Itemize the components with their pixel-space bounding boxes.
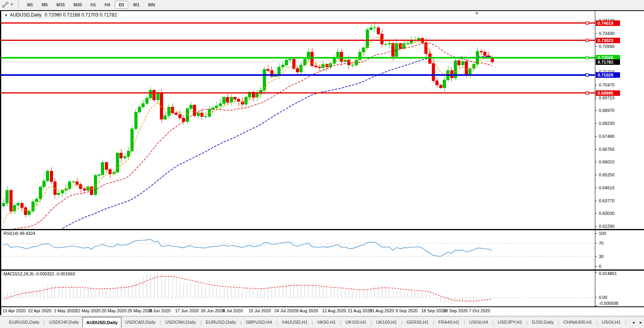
chart-tab-HK50-H1[interactable]: HK50,H1: [314, 317, 339, 328]
tab-separator: |: [240, 320, 242, 325]
tab-separator: |: [433, 320, 434, 325]
macd-tick-label: 0.014861: [599, 271, 617, 276]
rsi-tick-label: 30: [599, 254, 604, 259]
price-tick: [595, 213, 597, 214]
price-tick-label: 0.72690: [599, 44, 615, 49]
price-tick: [595, 201, 597, 201]
ma-mid-line: [4, 43, 492, 229]
price-tick: [595, 175, 597, 175]
date-label: 24 Jul 2020: [274, 308, 297, 313]
tool-dropdown-caret[interactable]: ▼: [10, 3, 13, 6]
date-label: 31 Aug 2020: [370, 308, 394, 313]
chart-tab-EURUSD-Daily[interactable]: EURUSD,Daily: [202, 317, 239, 328]
timeframe-button-D1[interactable]: D1: [115, 1, 128, 9]
timeframe-button-M1[interactable]: M1: [23, 1, 37, 9]
chart-tab-USOil-H1[interactable]: USOil,H1: [598, 317, 624, 328]
price-badge-0.69995: 0.69995: [596, 90, 620, 96]
tab-scroll-left-icon[interactable]: ◄: [632, 321, 635, 324]
main-chart-canvas[interactable]: [1, 11, 595, 229]
rsi-label: RSI(14) 49.4324: [4, 231, 35, 236]
tab-separator: |: [160, 320, 161, 325]
current-price-badge: 0.71782: [596, 59, 620, 65]
chart-tab-UK100-H1[interactable]: UK100,H1: [342, 317, 370, 328]
macd-canvas[interactable]: [1, 271, 595, 306]
chart-tab-FRA40-H1[interactable]: FRA40,H1: [435, 317, 463, 328]
rsi-tick-label: 100: [599, 231, 606, 236]
price-tick-label: 0.65250: [599, 172, 615, 178]
chart-window: ▼AUDUSD,Daily0.72060 0.72168 0.71703 0.7…: [0, 10, 644, 315]
tab-scroll-buttons: ◄►: [632, 321, 643, 324]
timeframe-button-W1[interactable]: W1: [129, 1, 143, 9]
chart-tab-USDCNH-Daily[interactable]: USDCNH,Daily: [162, 317, 200, 328]
chart-tab-USOil-H4[interactable]: USOil,H4: [466, 317, 492, 328]
price-tick: [595, 188, 597, 188]
rsi-axis: 10070300: [595, 230, 644, 269]
price-tick: [595, 85, 597, 85]
mt4-application: ▼ M1M5M15M30H1H4D1W1MN ▼AUDUSD,Daily0.72…: [0, 0, 644, 328]
price-tick-label: 0.70470: [599, 82, 615, 88]
chart-tab-bar: EURUSD,Daily|USDCHF,DailyAUDUSD,DailyUSD…: [0, 316, 644, 328]
chart-tab-USDCHF-Daily[interactable]: USDCHF,Daily: [46, 317, 82, 328]
date-label: 3 Aug 2020: [296, 308, 318, 313]
macd-tick-label: 0.00: [599, 295, 607, 300]
chart-tab-GBPUSD-H4[interactable]: GBPUSD,H4: [242, 317, 275, 328]
timeframe-toolbar: M1M5M15M30H1H4D1W1MN: [23, 0, 159, 9]
chart-title-ohlc: 0.72060 0.72168 0.71703 0.71782: [45, 12, 117, 18]
chart-tab-GER30-H1[interactable]: GER30,H1: [403, 317, 432, 328]
price-tick-label: 0.73430: [599, 31, 615, 36]
toolbar: ▼ M1M5M15M30H1H4D1W1MN: [0, 0, 644, 9]
macd-axis: 0.0148610.00-0.005938: [595, 271, 644, 306]
chart-tab-UK100-H1[interactable]: UK100,H1: [372, 317, 400, 328]
chart-tab-XAUUSD-H1[interactable]: XAUUSD,H1: [278, 317, 311, 328]
macd-tick: [595, 297, 597, 298]
main-chart-panel: ▼AUDUSD,Daily0.72060 0.72168 0.71703 0.7…: [1, 11, 644, 229]
rsi-tick: [595, 257, 597, 257]
toolbar-grip[interactable]: [18, 2, 19, 8]
date-label: 15 Jul 2020: [248, 308, 271, 313]
date-label: 6 Jul 2020: [223, 308, 243, 313]
macd-panel: MACD(12,26,9) -0.000322 -0.001663 0.0148…: [1, 271, 644, 306]
timeframe-button-M15[interactable]: M15: [52, 1, 68, 9]
chart-tab-USDJPY-H1[interactable]: USDJPY,H1: [494, 317, 526, 328]
price-badge-0.74019: 0.74019: [596, 20, 620, 26]
timeframe-button-H4[interactable]: H4: [101, 1, 114, 9]
chart-tab-EURUSD-Daily[interactable]: EURUSD,Daily: [6, 317, 43, 328]
price-tick-label: 0.68230: [599, 121, 615, 126]
tab-separator: |: [464, 320, 465, 325]
rsi-tick-label: 70: [599, 240, 604, 246]
scroll-end-marker[interactable]: [475, 12, 479, 15]
rsi-tick-label: 0: [599, 264, 601, 269]
ma-fast-line: [4, 37, 492, 223]
price-tick: [595, 123, 597, 124]
line-tool-button[interactable]: ▼: [1, 1, 15, 9]
price-tick: [595, 110, 597, 111]
price-tick: [595, 136, 597, 137]
date-label: 20 May 2020: [101, 308, 127, 313]
chart-tab-USDCAD-Daily[interactable]: USDCAD,Daily: [121, 317, 159, 328]
timeframe-button-MN[interactable]: MN: [144, 1, 159, 9]
collapse-icon[interactable]: ▼: [4, 13, 8, 17]
tab-separator: |: [276, 320, 277, 325]
macd-tick: [595, 306, 597, 306]
date-label: 29 May 2020: [127, 308, 152, 313]
price-badge-0.73023: 0.73023: [596, 38, 620, 43]
chart-tab-DJ30-Daily[interactable]: DJ30,Daily: [528, 317, 558, 328]
date-label: 11 May 2020: [76, 308, 101, 313]
tab-separator: |: [596, 320, 598, 325]
price-tick-label: 0.68970: [599, 108, 615, 113]
timeframe-button-M5[interactable]: M5: [38, 1, 51, 9]
chart-tab-CHINA300-H1[interactable]: CHINA300,H1: [560, 317, 596, 328]
chart-tab-AUDUSD-Daily[interactable]: AUDUSD,Daily: [83, 317, 122, 328]
price-tick: [595, 98, 597, 98]
tab-scroll-right-icon[interactable]: ►: [639, 321, 642, 324]
timeframe-button-H1[interactable]: H1: [86, 1, 100, 9]
rsi-tick: [595, 233, 597, 234]
tab-separator: |: [558, 320, 559, 325]
rsi-canvas[interactable]: [1, 230, 595, 269]
date-label: 18 Sep 2020: [421, 308, 446, 313]
timeframe-button-M30[interactable]: M30: [70, 1, 86, 9]
price-tick-label: 0.63770: [599, 198, 615, 203]
chart-title-symbol: AUDUSD,Daily: [10, 12, 42, 18]
price-tick-label: 0.64510: [599, 185, 615, 191]
tab-separator: |: [200, 320, 202, 325]
